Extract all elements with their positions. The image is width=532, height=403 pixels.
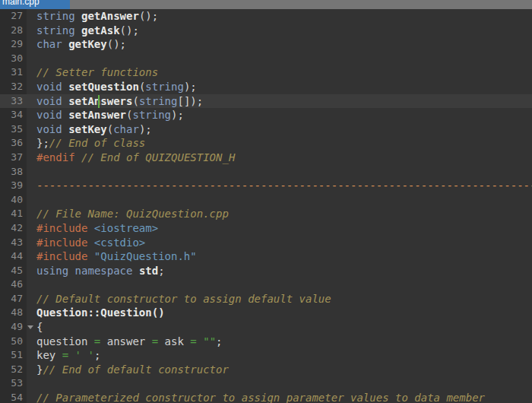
code-line[interactable]: 36};// End of class [0,136,532,151]
code-line[interactable]: 29char getKey(); [0,37,532,52]
line-number: 47 [0,292,27,306]
code-token: = [190,335,196,347]
code-line[interactable]: 37#endif // End of QUIZQUESTION_H [0,151,532,165]
code-text: }// End of default constructor [27,363,532,377]
code-text [27,165,532,179]
code-token: key [36,349,62,361]
code-token: string [132,109,171,121]
code-text: void setAnswer(string); [27,108,532,122]
code-line[interactable]: 41// File Name: QuizQuestion.cpp [0,207,532,221]
line-number: 49 [0,320,27,335]
code-text: void setQuestion(string); [27,80,532,94]
code-token: <cstdio> [94,236,145,249]
code-line[interactable]: 53 [0,376,532,391]
code-token: getKey [68,38,107,50]
code-token: Question::Question() [36,306,165,319]
line-number: 50 [0,335,27,349]
code-text: { [27,320,532,335]
line-number: 51 [0,348,27,363]
code-token [75,24,81,36]
line-number: 30 [0,52,27,66]
code-token: string [139,95,178,107]
code-token: string [145,81,184,93]
code-text: question = answer = ask = ""; [27,335,532,349]
line-number: 48 [0,306,27,320]
line-number: 45 [0,264,27,278]
code-line[interactable]: 48Question::Question() [0,306,532,320]
code-token: ----------------------------------------… [36,179,532,192]
code-token [68,265,74,277]
code-token: string [36,24,75,36]
code-line[interactable]: 30 [0,52,532,66]
code-line[interactable]: 31// Setter functions [0,65,532,80]
code-line[interactable]: 42#include <iostream> [0,221,532,236]
code-text: // Default constructor to assign default… [27,292,532,306]
code-text: // Setter functions [27,65,532,80]
code-text: // Parameterized constructor to assign p… [27,391,532,403]
fold-arrow-icon[interactable] [27,325,33,329]
line-number: 44 [0,249,27,264]
code-token [75,151,81,163]
code-text: Question::Question() [27,306,532,320]
code-line[interactable]: 27string getAnswer(); [0,9,532,24]
code-line[interactable]: 54// Parameterized constructor to assign… [0,391,532,403]
code-token: ( [132,95,138,107]
code-token: #include [36,250,94,262]
code-line[interactable]: 47// Default constructor to assign defau… [0,292,532,306]
code-text: #include <cstdio> [27,236,532,250]
code-token [62,38,68,50]
code-line[interactable]: 44#include "QuizQuestion.h" [0,249,532,264]
code-line[interactable]: 39--------------------------------------… [0,179,532,193]
code-line[interactable]: 51key = ' '; [0,348,532,363]
code-token: // End of QUIZQUESTION_H [81,151,235,163]
line-number: 41 [0,207,27,221]
text-caret [98,95,100,108]
code-line[interactable]: 35void setKey(char); [0,122,532,137]
line-number: 29 [0,37,27,52]
line-number: 33 [0,94,27,109]
code-token [62,123,68,135]
code-text: ----------------------------------------… [27,179,532,193]
code-token: // End of default constructor [43,363,228,376]
code-text: string getAsk(); [27,24,532,38]
code-token: // File Name: QuizQuestion.cpp [36,208,229,220]
code-token: std [139,265,158,277]
code-line[interactable]: 50question = answer = ask = ""; [0,335,532,349]
code-token: ); [171,109,184,121]
code-line[interactable]: 33void setAnswers(string[]); [0,94,532,109]
code-token: ' ' [75,349,94,361]
code-text: void setKey(char); [27,122,532,137]
code-token: using [36,265,68,277]
code-line[interactable]: 32void setQuestion(string); [0,80,532,94]
code-text [27,278,532,292]
line-number: 36 [0,136,27,151]
code-text [27,193,532,208]
code-token: char [113,123,139,135]
code-line[interactable]: 49{ [0,320,532,335]
code-line[interactable]: 43#include <cstdio> [0,236,532,250]
code-token: (); [120,24,139,36]
code-token: // Setter functions [36,66,158,78]
code-token [75,10,81,22]
code-line[interactable]: 52}// End of default constructor [0,363,532,377]
code-token: setKey [68,123,107,135]
code-token: // End of class [49,137,145,149]
code-line[interactable]: 40 [0,193,532,208]
code-line[interactable]: 45using namespace std; [0,264,532,278]
code-editor[interactable]: 27string getAnswer();28string getAsk();2… [0,9,532,403]
tab-main-cpp[interactable]: main.cpp [0,0,70,9]
code-text: string getAnswer(); [27,9,532,24]
code-token: // Parameterized constructor to assign p… [36,392,485,403]
code-line[interactable]: 46 [0,278,532,292]
code-text: // File Name: QuizQuestion.cpp [27,207,532,221]
line-number: 52 [0,363,27,377]
line-number: 28 [0,24,27,38]
code-token: []); [177,95,203,107]
line-number: 38 [0,165,27,179]
code-line[interactable]: 38 [0,165,532,179]
code-token: void [36,109,62,121]
code-text [27,52,532,66]
code-line[interactable]: 28string getAsk(); [0,24,532,38]
code-line[interactable]: 34void setAnswer(string); [0,108,532,122]
line-number: 54 [0,391,27,403]
